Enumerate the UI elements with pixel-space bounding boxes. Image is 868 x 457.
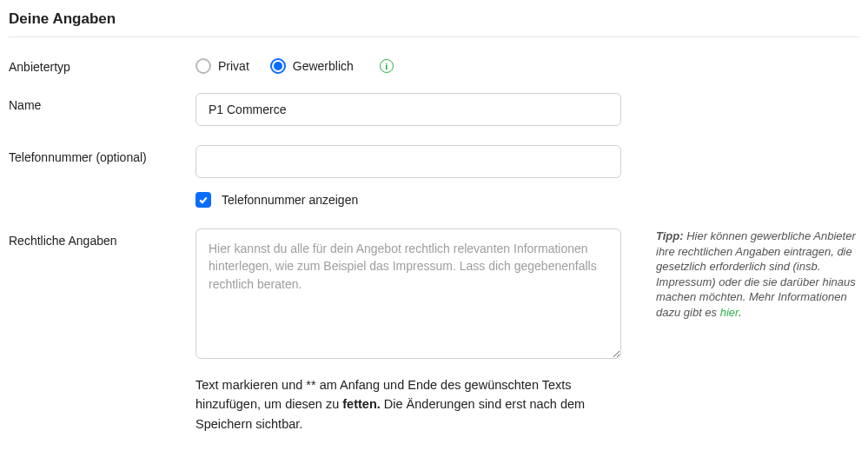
radio-item-commercial[interactable]: Gewerblich	[270, 58, 354, 74]
form-section: Deine Angaben Anbietertyp Privat Gewerbl…	[0, 0, 868, 457]
info-icon[interactable]: i	[380, 59, 394, 73]
phone-input[interactable]	[195, 145, 621, 178]
tip-sidebar: Tipp: Hier können gewerbliche Anbieter i…	[621, 228, 859, 320]
radio-private-label: Privat	[218, 59, 249, 73]
show-phone-label: Telefonnummer anzeigen	[222, 193, 358, 207]
divider	[9, 36, 859, 37]
label-legal: Rechtliche Angaben	[9, 228, 195, 248]
radio-private[interactable]	[195, 58, 211, 74]
legal-help-text: Text markieren und ** am Anfang und Ende…	[195, 375, 621, 434]
name-input[interactable]	[195, 93, 621, 126]
label-provider-type: Anbietertyp	[9, 55, 195, 74]
help-bold: fetten.	[342, 397, 381, 411]
row-legal: Rechtliche Angaben Text markieren und **…	[9, 228, 859, 434]
row-provider-type: Anbietertyp Privat Gewerblich i	[9, 55, 859, 74]
provider-type-radio-group: Privat Gewerblich i	[195, 55, 621, 74]
section-title: Deine Angaben	[9, 10, 859, 28]
radio-commercial-label: Gewerblich	[293, 59, 354, 73]
radio-commercial[interactable]	[270, 58, 286, 74]
tip-text: Hier können gewerbliche Anbieter ihre re…	[656, 229, 856, 319]
label-name: Name	[9, 93, 195, 112]
legal-textarea[interactable]	[195, 228, 621, 359]
show-phone-row: Telefonnummer anzeigen	[195, 192, 621, 208]
row-name: Name	[9, 93, 859, 126]
show-phone-checkbox[interactable]	[195, 192, 211, 208]
check-icon	[198, 195, 209, 205]
row-phone: Telefonnummer (optional) Telefonnummer a…	[9, 145, 859, 208]
tip-after: .	[739, 306, 742, 319]
tip-label: Tipp:	[656, 229, 684, 242]
tip-link[interactable]: hier	[720, 306, 739, 319]
radio-item-private[interactable]: Privat	[195, 58, 249, 74]
label-phone: Telefonnummer (optional)	[9, 145, 195, 164]
